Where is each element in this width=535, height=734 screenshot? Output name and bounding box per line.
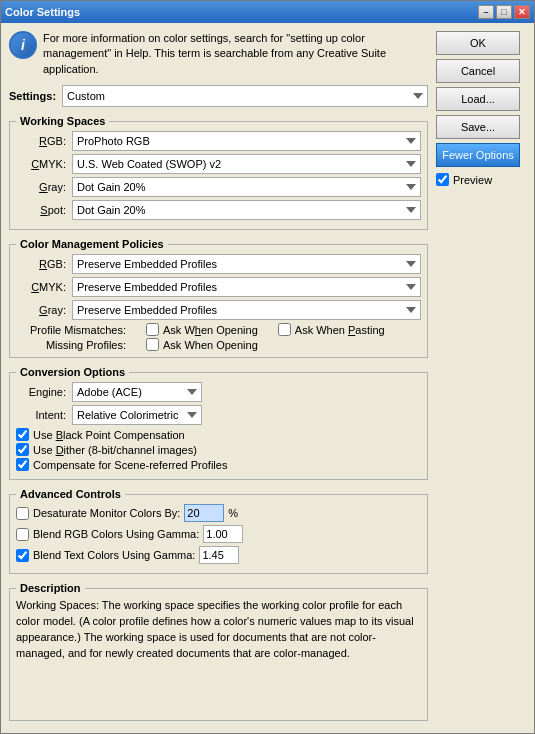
cmp-gray-label: Gray:: [16, 304, 66, 316]
settings-row: Settings: Custom Monitor Color North Ame…: [9, 85, 428, 107]
mismatches-area: Profile Mismatches: Ask When Opening Ask…: [16, 323, 421, 351]
ask-when-pasting-pm: Ask When Pasting: [278, 323, 385, 336]
blend-text-label: Blend Text Colors Using Gamma:: [33, 549, 195, 561]
rgb-label: RGB:: [16, 135, 66, 147]
ask-pasting-pm-checkbox[interactable]: [278, 323, 291, 336]
blend-rgb-label: Blend RGB Colors Using Gamma:: [33, 528, 199, 540]
missing-profiles-label: Missing Profiles:: [16, 339, 126, 351]
settings-dropdown[interactable]: Custom Monitor Color North America Gener…: [62, 85, 428, 107]
dialog-title: Color Settings: [5, 6, 80, 18]
advanced-controls-legend: Advanced Controls: [16, 488, 125, 500]
maximize-button[interactable]: □: [496, 5, 512, 19]
dither-label: Use Dither (8-bit/channel images): [33, 444, 197, 456]
ask-opening-mp-label: Ask When Opening: [163, 339, 258, 351]
cmp-cmyk-select[interactable]: Preserve Embedded Profiles Convert to Wo…: [72, 277, 421, 297]
description-text: Working Spaces: The working space specif…: [16, 598, 421, 662]
dialog-body: i For more information on color settings…: [1, 23, 534, 733]
cmp-rgb-select[interactable]: Preserve Embedded Profiles Convert to Wo…: [72, 254, 421, 274]
scene-referred-label: Compensate for Scene-referred Profiles: [33, 459, 227, 471]
ask-opening-pm-label: Ask When Opening: [163, 324, 258, 336]
cmp-rgb-label: RGB:: [16, 258, 66, 270]
scene-referred-checkbox[interactable]: [16, 458, 29, 471]
black-point-checkbox[interactable]: [16, 428, 29, 441]
cmyk-select[interactable]: U.S. Web Coated (SWOP) v2 Europe ISO Coa…: [72, 154, 421, 174]
black-point-label: Use Black Point Compensation: [33, 429, 185, 441]
blend-text-row: Blend Text Colors Using Gamma:: [16, 546, 421, 564]
title-bar: Color Settings – □ ✕: [1, 1, 534, 23]
ask-opening-pm-checkbox[interactable]: [146, 323, 159, 336]
cmyk-label: CMYK:: [16, 158, 66, 170]
cmyk-row: CMYK: U.S. Web Coated (SWOP) v2 Europe I…: [16, 154, 421, 174]
description-group: Description Working Spaces: The working …: [9, 582, 428, 721]
info-icon: i: [9, 31, 37, 59]
ask-when-opening-pm: Ask When Opening: [146, 323, 258, 336]
advanced-controls-group: Advanced Controls Desaturate Monitor Col…: [9, 488, 428, 574]
desaturate-label: Desaturate Monitor Colors By:: [33, 507, 180, 519]
cmp-gray-row: Gray: Preserve Embedded Profiles Convert…: [16, 300, 421, 320]
color-management-group: Color Management Policies RGB: Preserve …: [9, 238, 428, 358]
right-panel: OK Cancel Load... Save... Fewer Options …: [436, 31, 526, 725]
cancel-button[interactable]: Cancel: [436, 59, 520, 83]
info-row: i For more information on color settings…: [9, 31, 428, 77]
spot-row: Spot: Dot Gain 20% Dot Gain 10%: [16, 200, 421, 220]
missing-profiles-row: Missing Profiles: Ask When Opening: [16, 338, 421, 351]
ask-pasting-pm-label: Ask When Pasting: [295, 324, 385, 336]
blend-text-checkbox[interactable]: [16, 549, 29, 562]
spot-label: Spot:: [16, 204, 66, 216]
black-point-row: Use Black Point Compensation: [16, 428, 421, 441]
cmp-gray-select[interactable]: Preserve Embedded Profiles Convert to Wo…: [72, 300, 421, 320]
blend-rgb-input[interactable]: [203, 525, 243, 543]
spot-select[interactable]: Dot Gain 20% Dot Gain 10%: [72, 200, 421, 220]
minimize-button[interactable]: –: [478, 5, 494, 19]
engine-row: Engine: Adobe (ACE) Apple CMM Microsoft …: [16, 382, 421, 402]
preview-row: Preview: [436, 173, 526, 186]
ask-when-opening-mp: Ask When Opening: [146, 338, 258, 351]
ok-button[interactable]: OK: [436, 31, 520, 55]
load-button[interactable]: Load...: [436, 87, 520, 111]
desaturate-checkbox[interactable]: [16, 507, 29, 520]
dither-row: Use Dither (8-bit/channel images): [16, 443, 421, 456]
cmp-cmyk-label: CMYK:: [16, 281, 66, 293]
cmp-cmyk-row: CMYK: Preserve Embedded Profiles Convert…: [16, 277, 421, 297]
left-panel: i For more information on color settings…: [9, 31, 428, 725]
color-settings-dialog: Color Settings – □ ✕ i For more informat…: [0, 0, 535, 734]
title-bar-buttons: – □ ✕: [478, 5, 530, 19]
desaturate-input[interactable]: [184, 504, 224, 522]
rgb-row: RGB: ProPhoto RGB sRGB IEC61966-2.1 Adob…: [16, 131, 421, 151]
close-button[interactable]: ✕: [514, 5, 530, 19]
settings-label: Settings:: [9, 90, 56, 102]
description-legend: Description: [16, 582, 85, 594]
desaturate-row: Desaturate Monitor Colors By: %: [16, 504, 421, 522]
percent-label: %: [228, 507, 238, 519]
scene-referred-row: Compensate for Scene-referred Profiles: [16, 458, 421, 471]
working-spaces-group: Working Spaces RGB: ProPhoto RGB sRGB IE…: [9, 115, 428, 230]
working-spaces-legend: Working Spaces: [16, 115, 109, 127]
blend-text-input[interactable]: [199, 546, 239, 564]
engine-select[interactable]: Adobe (ACE) Apple CMM Microsoft ICM: [72, 382, 202, 402]
gray-row: Gray: Dot Gain 20% Dot Gain 10% Dot Gain…: [16, 177, 421, 197]
engine-label: Engine:: [16, 386, 66, 398]
blend-rgb-row: Blend RGB Colors Using Gamma:: [16, 525, 421, 543]
save-button[interactable]: Save...: [436, 115, 520, 139]
conversion-options-legend: Conversion Options: [16, 366, 129, 378]
intent-label: Intent:: [16, 409, 66, 421]
color-management-legend: Color Management Policies: [16, 238, 168, 250]
blend-rgb-checkbox[interactable]: [16, 528, 29, 541]
preview-label: Preview: [453, 174, 492, 186]
gray-label: Gray:: [16, 181, 66, 193]
profile-mismatches-label: Profile Mismatches:: [16, 324, 126, 336]
preview-checkbox[interactable]: [436, 173, 449, 186]
intent-row: Intent: Relative Colorimetric Perceptual…: [16, 405, 421, 425]
cmp-rgb-row: RGB: Preserve Embedded Profiles Convert …: [16, 254, 421, 274]
info-text: For more information on color settings, …: [43, 31, 428, 77]
conversion-options-group: Conversion Options Engine: Adobe (ACE) A…: [9, 366, 428, 480]
rgb-select[interactable]: ProPhoto RGB sRGB IEC61966-2.1 Adobe RGB…: [72, 131, 421, 151]
fewer-options-button[interactable]: Fewer Options: [436, 143, 520, 167]
intent-select[interactable]: Relative Colorimetric Perceptual Saturat…: [72, 405, 202, 425]
profile-mismatches-row: Profile Mismatches: Ask When Opening Ask…: [16, 323, 421, 336]
ask-opening-mp-checkbox[interactable]: [146, 338, 159, 351]
gray-select[interactable]: Dot Gain 20% Dot Gain 10% Dot Gain 15%: [72, 177, 421, 197]
dither-checkbox[interactable]: [16, 443, 29, 456]
